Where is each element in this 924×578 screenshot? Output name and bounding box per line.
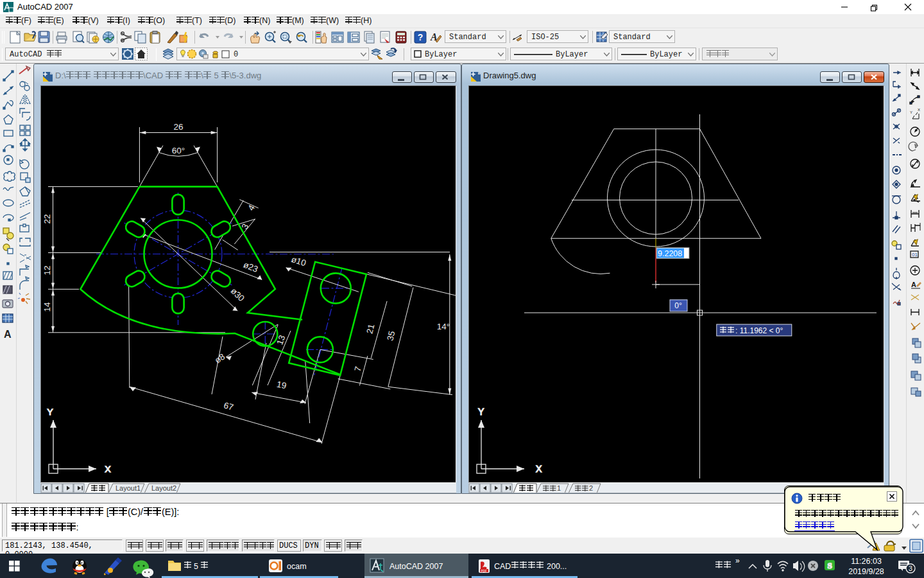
svg-text:21: 21 (364, 323, 376, 335)
svg-text:ocam: ocam (287, 562, 307, 571)
svg-text:PDF: PDF (481, 570, 487, 573)
svg-text:5: 5 (194, 562, 198, 571)
svg-text:60°: 60° (172, 146, 185, 155)
svg-text:?: ? (418, 32, 424, 42)
svg-text:Y: Y (47, 407, 53, 417)
svg-text:200...: 200... (547, 562, 567, 571)
svg-text:ø8: ø8 (213, 352, 227, 365)
svg-text:ø23: ø23 (242, 260, 259, 274)
svg-text:X: X (536, 464, 542, 474)
svg-text:1: 1 (557, 484, 561, 492)
svg-text:Layout2: Layout2 (151, 484, 176, 492)
svg-text:14°: 14° (437, 322, 450, 331)
svg-text:67: 67 (223, 400, 235, 412)
svg-text:Layout1: Layout1 (116, 484, 141, 492)
svg-text:»: » (735, 556, 740, 565)
svg-text:CAD: CAD (494, 562, 511, 571)
svg-text:3: 3 (909, 565, 912, 572)
svg-text:9.2208: 9.2208 (658, 249, 682, 258)
svg-text:X: X (105, 464, 110, 474)
svg-text:14: 14 (42, 302, 52, 312)
svg-text:7: 7 (353, 365, 363, 372)
svg-text:Y: Y (910, 110, 912, 114)
svg-text:X: X (918, 108, 920, 112)
svg-text:A: A (4, 329, 12, 340)
svg-text:26: 26 (173, 122, 183, 132)
svg-text:35: 35 (385, 330, 397, 342)
svg-text:2: 2 (589, 484, 593, 492)
svg-text:12: 12 (42, 265, 52, 275)
svg-text:: 11.1962 < 0°: : 11.1962 < 0° (735, 326, 783, 335)
svg-text:ø10: ø10 (290, 254, 307, 268)
svg-text:AutoCAD 2007: AutoCAD 2007 (389, 562, 443, 571)
svg-text:0°: 0° (674, 301, 682, 310)
svg-text:4: 4 (246, 203, 257, 212)
svg-text:S: S (827, 561, 832, 570)
svg-text:01: 01 (912, 252, 918, 258)
svg-text:Y: Y (478, 407, 484, 417)
svg-text:22: 22 (42, 214, 52, 223)
svg-text:11:26:03: 11:26:03 (851, 557, 882, 566)
svg-text:ø30: ø30 (229, 286, 246, 303)
svg-text:A: A (911, 281, 916, 288)
svg-text:2019/9/28: 2019/9/28 (848, 567, 884, 576)
svg-text:19: 19 (276, 380, 287, 391)
